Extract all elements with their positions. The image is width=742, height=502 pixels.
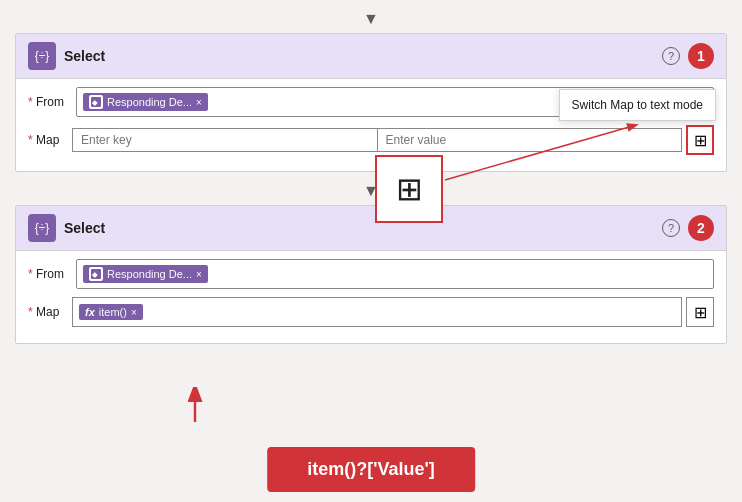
zoom-table-icon: ⊞ — [396, 170, 423, 208]
card-2-from-label: * From — [28, 267, 68, 281]
card-1-map-row: * Map ⊞ — [28, 125, 714, 155]
card-1-tooltip: Switch Map to text mode — [559, 89, 716, 121]
card-2-from-tag: ◆ Responding De... × — [83, 265, 208, 283]
card-2-header-right: ? 2 — [662, 215, 714, 241]
svg-text:◆: ◆ — [91, 99, 98, 106]
card-1-from-tag-close[interactable]: × — [196, 97, 202, 108]
card-1-map-label: * Map — [28, 133, 68, 147]
card-2-map-table-btn[interactable]: ⊞ — [686, 297, 714, 327]
card-2-badge: 2 — [688, 215, 714, 241]
card-1-header: {÷} Select ? 1 — [16, 34, 726, 79]
card-2-icon: {÷} — [28, 214, 56, 242]
card-2: {÷} Select ? 2 * From — [15, 205, 727, 344]
card-2-map-label: * Map — [28, 305, 68, 319]
card-1-header-left: {÷} Select — [28, 42, 105, 70]
red-arrow-svg — [175, 387, 215, 427]
red-banner: item()?['Value'] — [267, 447, 475, 492]
card-2-icon-symbol: {÷} — [35, 221, 50, 235]
card-1-help-icon[interactable]: ? — [662, 47, 680, 65]
card-2-title: Select — [64, 220, 105, 236]
card-2-map-row: * Map fx item() × ⊞ — [28, 297, 714, 327]
card-1-icon-symbol: {÷} — [35, 49, 50, 63]
tag-icon: ◆ — [89, 95, 103, 109]
top-arrow: ▼ — [15, 10, 727, 28]
card-1-map-value-input[interactable] — [377, 128, 683, 152]
card-1-from-tag: ◆ Responding De... × — [83, 93, 208, 111]
zoom-box: ⊞ — [375, 155, 443, 223]
card-2-from-tag-close[interactable]: × — [196, 269, 202, 280]
card-2-fx-tag: fx item() × — [79, 304, 143, 320]
fx-icon: fx — [85, 306, 95, 318]
card-1-map-inputs — [72, 128, 682, 152]
card-1-icon: {÷} — [28, 42, 56, 70]
card-2-header-left: {÷} Select — [28, 214, 105, 242]
card-2-table-icon: ⊞ — [694, 303, 707, 322]
card-1-title: Select — [64, 48, 105, 64]
card-2-from-input[interactable]: ◆ Responding De... × — [76, 259, 714, 289]
mid-arrow: ▼ — [15, 182, 727, 200]
card-2-body: * From ◆ Responding De... × * Map — [16, 251, 726, 343]
card-2-map-tag-close[interactable]: × — [131, 307, 137, 318]
card-2-tag-icon: ◆ — [89, 267, 103, 281]
card-2-help-icon[interactable]: ? — [662, 219, 680, 237]
card-1-header-right: ? 1 — [662, 43, 714, 69]
card-1: {÷} Select ? 1 * From — [15, 33, 727, 172]
card-1-badge: 1 — [688, 43, 714, 69]
card-2-from-row: * From ◆ Responding De... × — [28, 259, 714, 289]
table-icon: ⊞ — [694, 131, 707, 150]
page-container: ▼ {÷} Select ? 1 * From — [0, 0, 742, 502]
card-1-from-label: * From — [28, 95, 68, 109]
card-1-map-key-input[interactable] — [72, 128, 377, 152]
svg-text:◆: ◆ — [91, 271, 98, 278]
card-2-header: {÷} Select ? 2 — [16, 206, 726, 251]
card-1-map-table-btn[interactable]: ⊞ — [686, 125, 714, 155]
card-2-map-tag-input[interactable]: fx item() × — [72, 297, 682, 327]
